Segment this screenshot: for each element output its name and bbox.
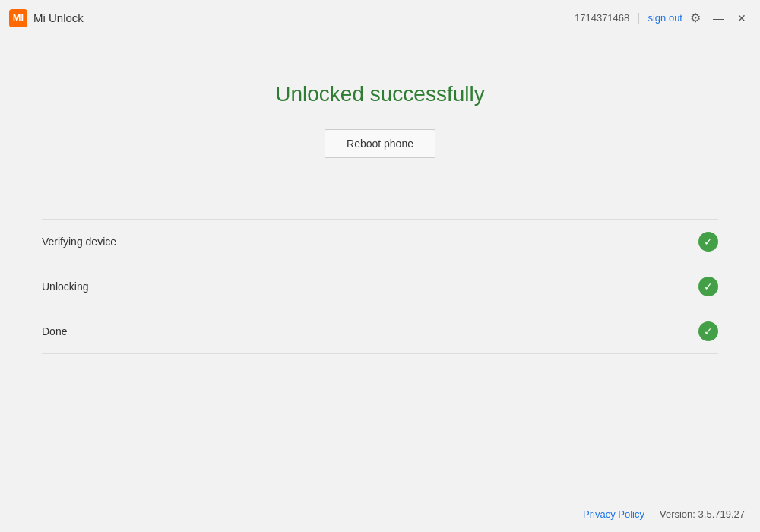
minimize-button[interactable]: — [708,11,728,25]
window-controls: — ✕ [708,11,751,25]
user-id: 1714371468 [575,12,629,24]
footer: Privacy Policy Version: 3.5.719.27 [583,508,745,520]
step-label-unlocking: Unlocking [42,280,88,293]
gear-icon[interactable]: ⚙ [690,11,701,25]
steps-section: Verifying device ✓ Unlocking ✓ Done ✓ [0,219,760,354]
app-title: Mi Unlock [33,11,84,24]
close-button[interactable]: ✕ [733,11,751,25]
step-row-unlocking: Unlocking ✓ [42,264,718,309]
privacy-policy-link[interactable]: Privacy Policy [583,508,644,520]
reboot-phone-button[interactable]: Reboot phone [325,129,435,158]
version-text: Version: 3.5.719.27 [660,508,745,520]
titlebar-right: 1714371468 | sign out ⚙ — ✕ [575,11,751,25]
step-label-done: Done [42,325,67,337]
separator: | [637,11,640,25]
sign-out-link[interactable]: sign out [648,12,682,24]
step-row-done: Done ✓ [42,309,718,354]
check-icon-done: ✓ [698,321,718,341]
main-content: Unlocked successfully Reboot phone [0,36,760,158]
titlebar: MI Mi Unlock 1714371468 | sign out ⚙ — ✕ [0,0,760,36]
titlebar-left: MI Mi Unlock [9,9,84,27]
step-label-verifying: Verifying device [42,236,116,248]
success-title: Unlocked successfully [275,82,484,106]
check-icon-verifying: ✓ [698,232,718,252]
mi-logo: MI [9,9,27,27]
step-row-verifying: Verifying device ✓ [42,219,718,264]
check-icon-unlocking: ✓ [698,277,718,296]
